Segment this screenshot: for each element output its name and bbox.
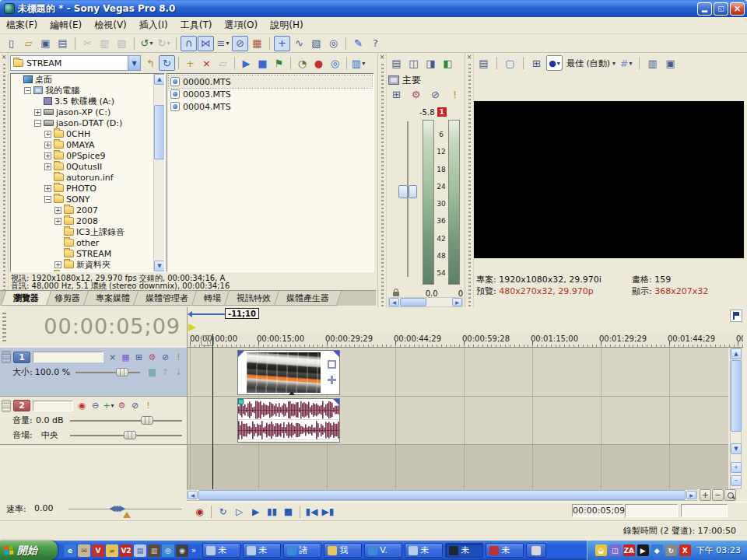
zoom-out-time-button[interactable]: − <box>712 489 724 501</box>
tray-messenger-icon[interactable]: ◆ <box>651 544 663 556</box>
menu-item[interactable]: 編輯(E) <box>50 19 82 32</box>
menu-item[interactable]: 說明(H) <box>270 19 303 32</box>
undo-icon[interactable]: ↺▾ <box>139 36 155 51</box>
preview-properties-icon[interactable]: ▤ <box>475 55 492 71</box>
video-track-header[interactable]: 1 ×▦⊞⚙⊘! 大小: 100.0 % ▥↑↓ <box>0 348 187 397</box>
marker-bar[interactable]: -11;10 <box>187 307 743 334</box>
scroll-down-icon[interactable]: ▼ <box>731 443 742 454</box>
master-fader-handle[interactable] <box>398 185 417 198</box>
track-name-field[interactable] <box>33 352 103 362</box>
taskbar-window-button[interactable]: 未 <box>243 543 281 558</box>
taskbar-window-button[interactable]: 未 <box>202 543 240 558</box>
taskbar-window-button[interactable]: 未 <box>445 543 483 558</box>
save-icon[interactable]: ▣ <box>37 36 54 51</box>
close-button[interactable]: × <box>730 2 745 16</box>
preview-dock-grip[interactable]: × <box>465 53 474 307</box>
menu-item[interactable]: 檔案(F) <box>6 19 37 32</box>
tree-item[interactable]: +SIGPAK <box>11 270 164 272</box>
delete-icon[interactable]: × <box>198 55 215 71</box>
start-button[interactable]: 開始 <box>0 541 58 560</box>
selection-length-box[interactable] <box>681 504 728 517</box>
project-properties-icon[interactable]: ▤ <box>54 36 71 51</box>
up-one-level-icon[interactable]: ↰ <box>142 55 159 71</box>
tree-item[interactable]: −SONY <box>11 194 164 205</box>
tree-item[interactable]: −我的電腦 <box>11 85 164 96</box>
external-monitor-icon[interactable]: ▢ <box>502 55 518 71</box>
scrollbar-thumb[interactable] <box>198 490 686 500</box>
tree-item[interactable]: +0PSpice9 <box>11 150 164 161</box>
scrollbar-thumb[interactable] <box>731 360 742 432</box>
invert-phase-icon[interactable]: ⊖ <box>89 400 102 412</box>
track-mute-icon[interactable]: ⊘ <box>159 351 172 363</box>
audio-event-clip[interactable] <box>237 398 340 443</box>
preview-quality-swatch[interactable]: ●▾ <box>546 55 563 71</box>
scroll-left-icon[interactable]: ◀ <box>389 298 399 306</box>
taskbar-window-button[interactable]: 我 <box>324 543 362 558</box>
mixer-dock-grip[interactable]: × <box>378 53 387 307</box>
scrollbar-thumb[interactable] <box>154 105 165 159</box>
bypass-motion-blur-icon[interactable]: × <box>106 351 119 363</box>
tray-zonealarm-icon[interactable]: ZA <box>623 544 635 556</box>
tab-1[interactable]: 瀏覽器 <box>1 291 51 306</box>
bus-solo-icon[interactable]: ! <box>447 86 463 102</box>
fade-out-handle[interactable] <box>333 351 339 357</box>
scroll-up-icon[interactable]: ▲ <box>731 348 742 359</box>
play-from-start-button[interactable]: ▷ <box>231 504 247 520</box>
tree-item[interactable]: +2008 <box>11 215 164 226</box>
taskbar-window-button[interactable]: V. <box>364 543 402 558</box>
file-item[interactable]: 00004.MTS <box>169 100 372 113</box>
ql-globe-icon[interactable]: ◎ <box>162 544 174 557</box>
ql-doc-icon[interactable]: ▤ <box>134 544 146 557</box>
file-item[interactable]: 00000.MTS <box>169 75 372 88</box>
ql-v2-icon[interactable]: V2 <box>120 544 132 557</box>
ql-mail-icon[interactable]: ✉ <box>78 544 90 557</box>
compositing-mode-icon[interactable]: ▦ <box>119 351 132 363</box>
tree-item[interactable]: +2007 <box>11 205 164 215</box>
tree-item[interactable]: +0MAYA <box>11 139 164 150</box>
ql-folder-icon[interactable]: ▰ <box>106 544 118 557</box>
scrollbar-thumb[interactable] <box>400 298 426 306</box>
loop-playback-button[interactable]: ↻ <box>215 504 231 520</box>
scroll-down-icon[interactable]: ▼ <box>154 261 165 271</box>
envelope-edit-tool-icon[interactable]: ∿ <box>291 36 307 51</box>
track-level-slider[interactable] <box>75 372 140 373</box>
tree-item[interactable]: 桌面 <box>11 74 164 85</box>
timeline-vertical-scrollbar[interactable]: ▲ ▼ + − <box>730 348 742 489</box>
taskbar-window-button[interactable]: 未 <box>405 543 443 558</box>
address-dropdown-button[interactable]: ▼ <box>128 56 140 70</box>
zoom-in-time-button[interactable]: + <box>700 489 711 501</box>
track-mute-icon[interactable]: ⊘ <box>128 400 142 412</box>
menu-item[interactable]: 選項(O) <box>224 19 258 32</box>
file-item[interactable]: 00003.MTS <box>169 88 372 100</box>
ql-player-icon[interactable]: ◉ <box>176 544 188 557</box>
tree-item[interactable]: +0CHH <box>11 128 164 139</box>
track-solo-icon[interactable]: ! <box>142 400 155 412</box>
parent-composite-icon[interactable]: ▥ <box>146 366 159 379</box>
tray-antivirus-icon[interactable]: X <box>679 544 691 556</box>
play-button[interactable]: ▶ <box>247 504 264 520</box>
taskbar-window-button[interactable]: 諸 <box>283 543 321 558</box>
taskbar-window-button[interactable] <box>526 543 546 558</box>
ql-ie-icon[interactable]: e <box>64 544 76 557</box>
tree-scrollbar[interactable]: ▲ ▼ <box>153 74 164 271</box>
menu-item[interactable]: 工具(T) <box>181 19 212 32</box>
track-automation-icon[interactable]: ⚙ <box>115 400 128 412</box>
whats-this-help-icon[interactable]: ? <box>367 36 384 51</box>
tray-key-icon[interactable]: ◒ <box>595 544 607 556</box>
bus-mute-icon[interactable]: ⊘ <box>427 86 444 102</box>
zoom-in-track-button[interactable]: + <box>731 462 742 473</box>
tree-item[interactable]: autorun.inf <box>11 172 164 183</box>
refresh-icon[interactable]: ↻ <box>159 55 175 71</box>
pan-slider[interactable] <box>70 435 182 436</box>
scroll-right-icon[interactable]: ▶ <box>686 491 696 499</box>
track-fx-icon[interactable]: ⊞ <box>132 351 146 363</box>
clip-indicator[interactable]: 1 <box>437 107 447 117</box>
transport-timecode[interactable]: 00:00:05;09 <box>572 504 623 517</box>
menu-item[interactable]: 插入(I) <box>139 19 168 32</box>
go-to-start-button[interactable]: ▮◀ <box>303 504 320 520</box>
timeline-timecode-display[interactable]: 00:00:05;09 <box>16 314 181 338</box>
go-to-end-button[interactable]: ▶▮ <box>320 504 336 520</box>
event-pan-crop-icon[interactable] <box>328 360 336 369</box>
tab-7[interactable]: 媒體產生器 <box>274 291 342 306</box>
taskbar-window-button[interactable]: 未 <box>486 543 524 558</box>
